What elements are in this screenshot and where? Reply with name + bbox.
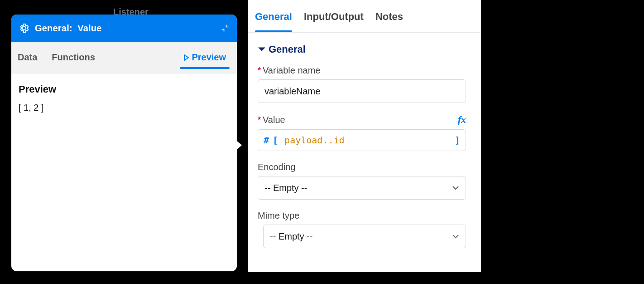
popover-tab-preview[interactable]: Preview (177, 42, 232, 73)
expr-open-bracket: [ (273, 135, 278, 146)
section-toggle-general[interactable]: General (258, 44, 466, 55)
chevron-down-icon (258, 45, 266, 54)
required-marker: * (258, 66, 261, 75)
expr-hash: # (264, 135, 269, 146)
field-encoding: Encoding -- Empty -- (258, 162, 466, 200)
popover-title: General: Value (35, 23, 215, 34)
preview-heading: Preview (19, 83, 230, 95)
tab-input-output[interactable]: Input/Output (304, 11, 364, 32)
popover-header: General: Value (11, 15, 237, 42)
fx-toggle-button[interactable]: fx (458, 114, 466, 126)
required-marker: * (258, 115, 261, 125)
play-icon (183, 54, 189, 61)
popover-tab-functions[interactable]: Functions (45, 42, 101, 73)
expression-popover: General: Value Data Functions Preview Pr… (11, 15, 237, 271)
popover-body: Preview [ 1, 2 ] (11, 73, 237, 123)
select-mime-value: -- Empty -- (270, 231, 312, 242)
label-variable-name: Variable name (263, 65, 466, 76)
field-variable-name: * Variable name (258, 65, 466, 103)
select-encoding[interactable]: -- Empty -- (258, 176, 466, 200)
preview-value: [ 1, 2 ] (19, 103, 230, 113)
properties-form-panel: General Input/Output Notes General * Var… (248, 0, 481, 272)
expr-body: payload..id (282, 135, 451, 146)
tab-general[interactable]: General (255, 11, 292, 32)
popover-pointer (235, 140, 242, 151)
gear-edit-icon (19, 23, 29, 34)
collapse-icon[interactable] (221, 24, 230, 33)
input-value-expression[interactable]: # [ payload..id ] (258, 129, 466, 151)
label-mime-type: Mime type (258, 211, 466, 221)
chevron-down-icon (452, 233, 459, 240)
select-mime-type[interactable]: -- Empty -- (263, 225, 466, 248)
section-title: General (269, 44, 306, 55)
expr-close-bracket: ] (455, 135, 460, 146)
tab-notes[interactable]: Notes (375, 11, 403, 32)
popover-tab-data[interactable]: Data (11, 42, 43, 73)
chevron-down-icon (452, 184, 459, 191)
label-value: Value (263, 115, 458, 125)
field-value: * Value fx # [ payload..id ] (258, 114, 466, 151)
form-tabs: General Input/Output Notes (248, 0, 481, 33)
input-variable-name[interactable] (258, 79, 466, 103)
popover-tabs: Data Functions Preview (11, 42, 237, 73)
field-mime-type: Mime type -- Empty -- (258, 211, 466, 248)
label-encoding: Encoding (258, 162, 466, 172)
select-encoding-value: -- Empty -- (264, 183, 307, 193)
